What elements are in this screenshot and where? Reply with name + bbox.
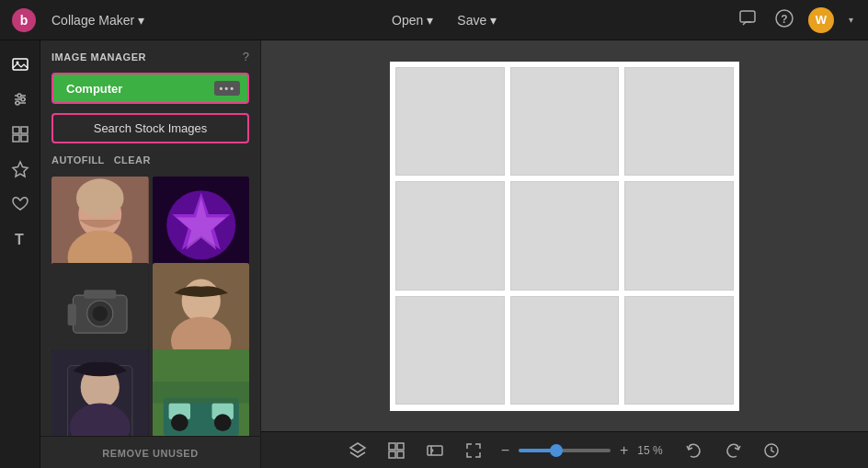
- svg-marker-45: [350, 443, 365, 452]
- side-panel: IMAGE MANAGER ? Computer ••• Search Stoc…: [40, 40, 261, 468]
- autofill-button[interactable]: AUTOFILL: [51, 154, 105, 166]
- search-stock-button[interactable]: Search Stock Images: [51, 113, 249, 143]
- expand-button[interactable]: [420, 438, 450, 463]
- collage-cell-5[interactable]: [510, 181, 620, 291]
- nav-favorites-button[interactable]: [6, 189, 35, 219]
- image-grid: [40, 173, 260, 436]
- bottom-bar: − + 15 %: [261, 431, 868, 468]
- computer-button[interactable]: Computer •••: [51, 73, 249, 104]
- zoom-out-button[interactable]: −: [497, 440, 513, 461]
- collage-cell-4[interactable]: [395, 181, 505, 291]
- collage-cell-2[interactable]: [510, 67, 620, 177]
- app-title-button[interactable]: Collage Maker ▾: [42, 9, 154, 31]
- history-button[interactable]: [757, 438, 786, 463]
- chat-button[interactable]: [735, 6, 760, 35]
- collage-cell-3[interactable]: [624, 67, 734, 177]
- svg-rect-5: [13, 59, 28, 70]
- svg-text:?: ?: [781, 13, 787, 26]
- svg-point-12: [16, 101, 19, 105]
- svg-rect-16: [21, 135, 28, 142]
- list-item[interactable]: [153, 349, 250, 436]
- svg-rect-49: [397, 451, 404, 458]
- svg-rect-13: [13, 127, 19, 133]
- nav-text-button[interactable]: T: [6, 224, 35, 254]
- list-item[interactable]: [51, 263, 149, 360]
- svg-text:b: b: [20, 13, 29, 28]
- autofill-row: AUTOFILL CLEAR: [40, 151, 260, 173]
- user-menu-chevron[interactable]: ▾: [845, 11, 857, 29]
- nav-photos-button[interactable]: [6, 50, 35, 79]
- nav-layout-button[interactable]: [6, 120, 35, 149]
- zoom-in-button[interactable]: +: [616, 440, 632, 461]
- canvas-area: [261, 40, 868, 431]
- svg-point-28: [93, 306, 108, 321]
- user-avatar[interactable]: W: [808, 7, 834, 33]
- help-icon[interactable]: ?: [243, 50, 249, 63]
- svg-rect-15: [13, 135, 19, 142]
- clear-button[interactable]: CLEAR: [114, 154, 151, 166]
- svg-rect-47: [397, 443, 404, 450]
- undo-button[interactable]: [680, 438, 709, 463]
- app-logo-icon: b: [11, 7, 37, 33]
- svg-point-11: [21, 97, 25, 101]
- svg-rect-44: [153, 382, 250, 403]
- svg-point-43: [213, 414, 231, 431]
- svg-point-32: [181, 280, 220, 323]
- collage-cell-8[interactable]: [510, 296, 620, 405]
- layers-button[interactable]: [343, 438, 372, 463]
- list-item[interactable]: [153, 263, 250, 360]
- svg-rect-14: [21, 127, 28, 133]
- canvas-main: [261, 40, 868, 431]
- help-button[interactable]: ?: [771, 6, 797, 35]
- main-layout: T IMAGE MANAGER ? Computer ••• Search St…: [0, 40, 868, 468]
- zoom-slider[interactable]: [519, 449, 611, 452]
- svg-rect-29: [84, 290, 116, 298]
- fullscreen-button[interactable]: [459, 438, 488, 463]
- collage-cell-7[interactable]: [395, 296, 505, 405]
- icon-nav: T: [0, 40, 40, 468]
- side-panel-footer: REMOVE UNUSED: [40, 436, 260, 468]
- svg-rect-2: [740, 11, 755, 22]
- side-panel-header: IMAGE MANAGER ?: [40, 40, 260, 69]
- app-title-label: Collage Maker: [51, 13, 134, 28]
- redo-button[interactable]: [718, 438, 748, 463]
- collage-cell-6[interactable]: [624, 181, 734, 291]
- side-panel-title: IMAGE MANAGER: [51, 51, 146, 63]
- svg-rect-48: [389, 451, 395, 458]
- more-options-icon[interactable]: •••: [214, 81, 240, 96]
- save-button[interactable]: Save ▾: [448, 9, 506, 31]
- list-item[interactable]: [153, 177, 250, 274]
- collage-cell-9[interactable]: [624, 296, 734, 405]
- list-item[interactable]: [51, 349, 149, 436]
- zoom-value-label: 15 %: [637, 444, 670, 457]
- collage-cell-1[interactable]: [395, 67, 505, 177]
- svg-point-10: [17, 94, 21, 97]
- svg-marker-17: [13, 162, 28, 177]
- svg-text:T: T: [15, 232, 24, 247]
- svg-rect-46: [389, 443, 395, 450]
- topbar-center: Open ▾ Save ▾: [383, 9, 506, 31]
- list-item[interactable]: [51, 177, 149, 274]
- grid-button[interactable]: [382, 438, 411, 463]
- topbar-right: ? W ▾: [735, 6, 857, 35]
- svg-rect-50: [428, 446, 442, 455]
- nav-stickers-button[interactable]: [6, 154, 35, 184]
- nav-adjust-button[interactable]: [6, 85, 35, 114]
- remove-unused-button[interactable]: REMOVE UNUSED: [102, 448, 198, 459]
- zoom-controls: − + 15 %: [497, 440, 671, 461]
- topbar-left: b Collage Maker ▾: [11, 7, 154, 33]
- app-title-chevron: ▾: [138, 13, 144, 28]
- svg-point-22: [76, 178, 124, 217]
- open-button[interactable]: Open ▾: [383, 9, 442, 31]
- svg-point-42: [170, 414, 188, 431]
- collage-canvas: [390, 62, 739, 411]
- topbar: b Collage Maker ▾ Open ▾ Save ▾ ? W ▾: [0, 0, 868, 40]
- svg-rect-30: [68, 304, 76, 325]
